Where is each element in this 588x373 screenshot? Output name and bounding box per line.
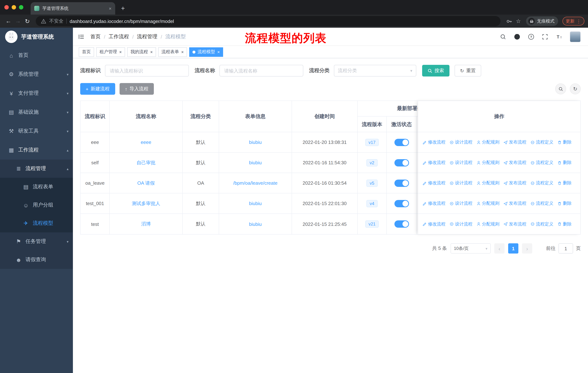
flow-definition-link[interactable]: 流程定义 bbox=[530, 160, 553, 166]
assign-rule-link[interactable]: 分配规则 bbox=[476, 139, 499, 145]
active-toggle[interactable] bbox=[394, 220, 409, 228]
modify-flow-link[interactable]: 修改流程 bbox=[422, 180, 445, 186]
search-icon[interactable] bbox=[500, 33, 506, 40]
flow-definition-link[interactable]: 流程定义 bbox=[530, 180, 553, 186]
design-flow-link[interactable]: 设计流程 bbox=[450, 200, 472, 207]
goto-page-input[interactable] bbox=[558, 243, 573, 253]
sidebar-item-task-management[interactable]: ⚑ 任务管理 ▾ bbox=[0, 232, 73, 251]
new-tab-button[interactable]: + bbox=[121, 5, 125, 12]
key-input[interactable] bbox=[105, 65, 189, 77]
publish-flow-link[interactable]: 发布流程 bbox=[504, 180, 526, 186]
incognito-badge[interactable]: 无痕模式 bbox=[526, 16, 558, 26]
flow-definition-link[interactable]: 流程定义 bbox=[530, 139, 553, 145]
sidebar-item-payment[interactable]: ¥ 支付管理 ▾ bbox=[0, 84, 73, 103]
sidebar-item-process-management[interactable]: ≣ 流程管理 ▴ bbox=[0, 160, 73, 178]
model-name-link[interactable]: eeee bbox=[141, 140, 151, 145]
publish-flow-link[interactable]: 发布流程 bbox=[504, 160, 526, 166]
browser-tab[interactable]: 芋道管理系统 × bbox=[31, 2, 115, 15]
sidebar-item-leave-query[interactable]: ☻ 请假查询 bbox=[0, 251, 73, 269]
forward-button[interactable]: → bbox=[13, 16, 23, 26]
tag-process-form[interactable]: 流程表单 × bbox=[158, 47, 187, 57]
back-button[interactable]: ← bbox=[4, 16, 13, 26]
page-1-button[interactable]: 1 bbox=[508, 243, 518, 253]
publish-flow-link[interactable]: 发布流程 bbox=[504, 139, 526, 145]
close-icon[interactable]: × bbox=[217, 49, 220, 54]
active-toggle[interactable] bbox=[394, 139, 409, 146]
github-icon[interactable] bbox=[514, 33, 521, 40]
browser-update-button[interactable]: 更新 ⋮ bbox=[562, 17, 584, 26]
close-icon[interactable]: × bbox=[150, 49, 153, 54]
fullscreen-icon[interactable] bbox=[542, 33, 548, 40]
sidebar-item-process-model[interactable]: ✈ 流程模型 bbox=[0, 214, 73, 232]
model-name-link[interactable]: 自己审批 bbox=[136, 159, 156, 166]
sidebar-item-system[interactable]: ⚙ 系统管理 ▾ bbox=[0, 65, 73, 84]
category-select[interactable]: 流程分类 ▾ bbox=[334, 65, 416, 77]
modify-flow-link[interactable]: 修改流程 bbox=[422, 221, 445, 227]
name-input[interactable] bbox=[220, 65, 303, 77]
tag-home[interactable]: 首页 bbox=[79, 47, 94, 57]
tab-close-icon[interactable]: × bbox=[109, 6, 112, 11]
active-toggle[interactable] bbox=[394, 200, 409, 207]
toggle-search-button[interactable] bbox=[555, 83, 566, 94]
close-icon[interactable]: × bbox=[181, 49, 184, 54]
sidebar-item-user-group[interactable]: ☺ 用户分组 bbox=[0, 196, 73, 214]
delete-link[interactable]: 删除 bbox=[557, 160, 572, 166]
design-flow-link[interactable]: 设计流程 bbox=[450, 160, 472, 166]
delete-link[interactable]: 删除 bbox=[557, 200, 572, 207]
reload-button[interactable]: ↻ bbox=[23, 16, 32, 26]
import-flow-button[interactable]: ↑ 导入流程 bbox=[119, 83, 154, 95]
sidebar-item-workflow[interactable]: ▦ 工作流程 ▴ bbox=[0, 141, 73, 160]
sidebar-item-home[interactable]: ⌂ 首页 bbox=[0, 46, 73, 65]
form-info-link[interactable]: biubiu bbox=[249, 201, 262, 206]
menu-kebab-icon[interactable]: ⋮ bbox=[576, 18, 581, 24]
flow-definition-link[interactable]: 流程定义 bbox=[530, 221, 553, 227]
model-name-link[interactable]: 滔博 bbox=[141, 221, 151, 227]
create-flow-button[interactable]: + 新建流程 bbox=[80, 83, 115, 95]
password-key-icon[interactable] bbox=[504, 16, 514, 26]
design-flow-link[interactable]: 设计流程 bbox=[450, 221, 472, 227]
maximize-window-button[interactable] bbox=[19, 5, 23, 10]
form-info-link[interactable]: /bpm/oa/leave/create bbox=[233, 180, 278, 186]
search-button[interactable]: 搜索 bbox=[422, 65, 450, 77]
user-avatar[interactable] bbox=[570, 31, 581, 42]
flow-definition-link[interactable]: 流程定义 bbox=[530, 200, 553, 207]
sidebar-item-process-form[interactable]: ▤ 流程表单 bbox=[0, 178, 73, 196]
publish-flow-link[interactable]: 发布流程 bbox=[504, 200, 526, 207]
next-page-button[interactable]: › bbox=[522, 243, 532, 253]
modify-flow-link[interactable]: 修改流程 bbox=[422, 139, 445, 145]
refresh-table-button[interactable]: ↻ bbox=[570, 83, 581, 94]
help-icon[interactable]: ? bbox=[528, 33, 535, 40]
security-label[interactable]: 不安全 bbox=[49, 18, 63, 24]
model-name-link[interactable]: OA 请假 bbox=[137, 180, 155, 186]
reset-button[interactable]: ↻ 重置 bbox=[455, 65, 481, 77]
assign-rule-link[interactable]: 分配规则 bbox=[476, 160, 499, 166]
url-text[interactable]: dashboard.yudao.iocoder.cn/bpm/manager/m… bbox=[70, 18, 174, 24]
tag-process-model-active[interactable]: 流程模型 × bbox=[189, 47, 223, 57]
tag-tenant[interactable]: 租户管理 × bbox=[96, 47, 125, 57]
delete-link[interactable]: 删除 bbox=[557, 139, 572, 145]
address-bar[interactable]: 不安全 dashboard.yudao.iocoder.cn/bpm/manag… bbox=[36, 16, 501, 26]
delete-link[interactable]: 删除 bbox=[557, 221, 572, 227]
breadcrumb-item[interactable]: 流程管理 bbox=[137, 33, 158, 40]
bookmark-star-icon[interactable]: ☆ bbox=[514, 16, 523, 26]
font-size-icon[interactable]: TT bbox=[556, 33, 562, 40]
minimize-window-button[interactable] bbox=[12, 5, 16, 10]
active-toggle[interactable] bbox=[394, 159, 409, 166]
close-window-button[interactable] bbox=[4, 5, 9, 10]
close-icon[interactable]: × bbox=[119, 49, 122, 54]
prev-page-button[interactable]: ‹ bbox=[494, 243, 504, 253]
modify-flow-link[interactable]: 修改流程 bbox=[422, 200, 445, 207]
publish-flow-link[interactable]: 发布流程 bbox=[504, 221, 526, 227]
form-info-link[interactable]: biubiu bbox=[249, 221, 262, 227]
sidebar-item-infrastructure[interactable]: ▤ 基础设施 ▾ bbox=[0, 103, 73, 122]
form-info-link[interactable]: biubiu bbox=[249, 160, 262, 165]
assign-rule-link[interactable]: 分配规则 bbox=[476, 221, 499, 227]
breadcrumb-item[interactable]: 首页 bbox=[90, 33, 101, 40]
page-size-select[interactable]: 10条/页 ▾ bbox=[451, 243, 491, 253]
sidebar-item-devtools[interactable]: ⚒ 研发工具 ▾ bbox=[0, 122, 73, 141]
sidebar-collapse-button[interactable] bbox=[78, 33, 84, 40]
model-name-link[interactable]: 测试多审批人 bbox=[132, 200, 160, 207]
form-info-link[interactable]: biubiu bbox=[249, 140, 262, 145]
assign-rule-link[interactable]: 分配规则 bbox=[476, 180, 499, 186]
modify-flow-link[interactable]: 修改流程 bbox=[422, 160, 445, 166]
